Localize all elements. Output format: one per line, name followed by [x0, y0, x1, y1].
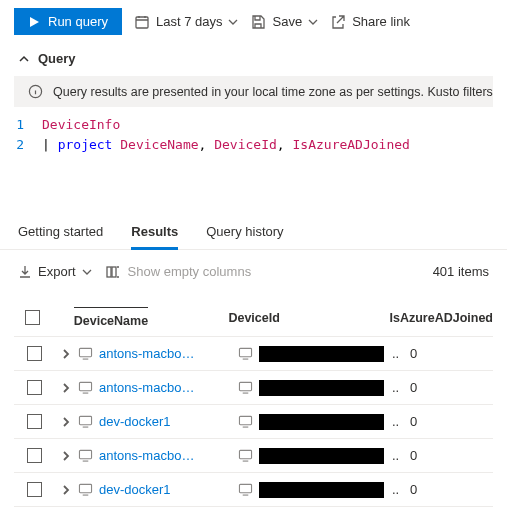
query-label: Query: [38, 51, 76, 66]
col-header-devicename[interactable]: DeviceName: [74, 307, 149, 328]
expand-row-icon[interactable]: [61, 485, 71, 495]
share-icon: [330, 14, 346, 30]
azuread-value: 0: [402, 380, 493, 395]
row-checkbox[interactable]: [27, 380, 42, 395]
item-count: 401 items: [433, 264, 489, 279]
tab-results[interactable]: Results: [131, 214, 178, 250]
time-range-picker[interactable]: Last 7 days: [134, 14, 239, 30]
expand-row-icon[interactable]: [61, 451, 71, 461]
query-editor[interactable]: 1 DeviceInfo 2 | project DeviceName, Dev…: [0, 107, 507, 214]
device-id-redacted: [259, 414, 384, 430]
svg-rect-11: [239, 450, 251, 458]
info-banner: Query results are presented in your loca…: [14, 76, 493, 107]
table-row: dev-docker1..0: [14, 473, 493, 507]
show-empty-columns-button[interactable]: Show empty columns: [106, 264, 252, 279]
time-label: Last 7 days: [156, 14, 223, 29]
device-icon: [78, 381, 93, 394]
device-id-redacted: [259, 380, 384, 396]
tab-query-history[interactable]: Query history: [206, 214, 283, 249]
select-all-checkbox[interactable]: [25, 310, 40, 325]
query-section-toggle[interactable]: Query: [0, 43, 507, 76]
svg-rect-9: [239, 416, 251, 424]
row-checkbox[interactable]: [27, 482, 42, 497]
device-name-link[interactable]: antons-macbo…: [99, 380, 194, 395]
svg-rect-5: [239, 348, 251, 356]
play-icon: [28, 16, 40, 28]
svg-rect-3: [112, 267, 116, 277]
code-token: |: [42, 137, 50, 152]
code-token: project: [58, 137, 113, 152]
device-icon: [238, 381, 253, 394]
svg-rect-0: [136, 17, 148, 28]
device-icon: [78, 483, 93, 496]
svg-rect-2: [107, 267, 111, 277]
share-link-button[interactable]: Share link: [330, 14, 410, 30]
download-icon: [18, 265, 32, 279]
device-name-link[interactable]: dev-docker1: [99, 482, 171, 497]
azuread-value: 0: [402, 346, 493, 361]
device-icon: [238, 347, 253, 360]
device-id-redacted: [259, 346, 384, 362]
col-header-isazureadjoined[interactable]: IsAzureADJoined: [382, 311, 494, 325]
export-label: Export: [38, 264, 76, 279]
chevron-down-icon: [82, 267, 92, 277]
code-token: DeviceName: [120, 137, 198, 152]
code-token: DeviceId: [214, 137, 277, 152]
table-row: antons-macbo…..0: [14, 371, 493, 405]
svg-rect-13: [239, 484, 251, 492]
device-name-link[interactable]: dev-docker1: [99, 414, 171, 429]
device-icon: [238, 415, 253, 428]
device-name-link[interactable]: antons-macbo…: [99, 346, 194, 361]
code-token: DeviceInfo: [42, 115, 120, 135]
expand-row-icon[interactable]: [61, 417, 71, 427]
svg-rect-4: [79, 348, 91, 356]
chevron-down-icon: [308, 17, 318, 27]
run-label: Run query: [48, 14, 108, 29]
azuread-value: 0: [402, 414, 493, 429]
code-token: IsAzureADJoined: [293, 137, 410, 152]
chevron-down-icon: [228, 17, 238, 27]
save-icon: [250, 14, 266, 30]
calendar-icon: [134, 14, 150, 30]
line-number: 2: [14, 135, 42, 155]
expand-row-icon[interactable]: [61, 383, 71, 393]
columns-icon: [106, 265, 120, 279]
export-button[interactable]: Export: [18, 264, 92, 279]
device-icon: [78, 347, 93, 360]
azuread-value: 0: [402, 448, 493, 463]
table-row: dev-docker1..0: [14, 405, 493, 439]
tab-getting-started[interactable]: Getting started: [18, 214, 103, 249]
azuread-value: 0: [402, 482, 493, 497]
info-text: Query results are presented in your loca…: [53, 85, 493, 99]
expand-row-icon[interactable]: [61, 349, 71, 359]
device-name-link[interactable]: antons-macbo…: [99, 448, 194, 463]
device-icon: [78, 449, 93, 462]
save-label: Save: [272, 14, 302, 29]
svg-rect-12: [79, 484, 91, 492]
table-row: antons-macbo…..0: [14, 439, 493, 473]
svg-rect-6: [79, 382, 91, 390]
line-number: 1: [14, 115, 42, 135]
row-checkbox[interactable]: [27, 448, 42, 463]
row-checkbox[interactable]: [27, 414, 42, 429]
table-row: antons-macbo…..0: [14, 337, 493, 371]
device-id-redacted: [259, 448, 384, 464]
share-label: Share link: [352, 14, 410, 29]
device-id-redacted: [259, 482, 384, 498]
svg-rect-10: [79, 450, 91, 458]
device-icon: [238, 449, 253, 462]
show-empty-label: Show empty columns: [128, 264, 252, 279]
save-button[interactable]: Save: [250, 14, 318, 30]
device-icon: [238, 483, 253, 496]
svg-rect-8: [79, 416, 91, 424]
svg-rect-7: [239, 382, 251, 390]
run-query-button[interactable]: Run query: [14, 8, 122, 35]
info-icon: [28, 84, 43, 99]
chevron-up-icon: [18, 53, 30, 65]
col-header-deviceid[interactable]: DeviceId: [228, 311, 381, 325]
device-icon: [78, 415, 93, 428]
row-checkbox[interactable]: [27, 346, 42, 361]
